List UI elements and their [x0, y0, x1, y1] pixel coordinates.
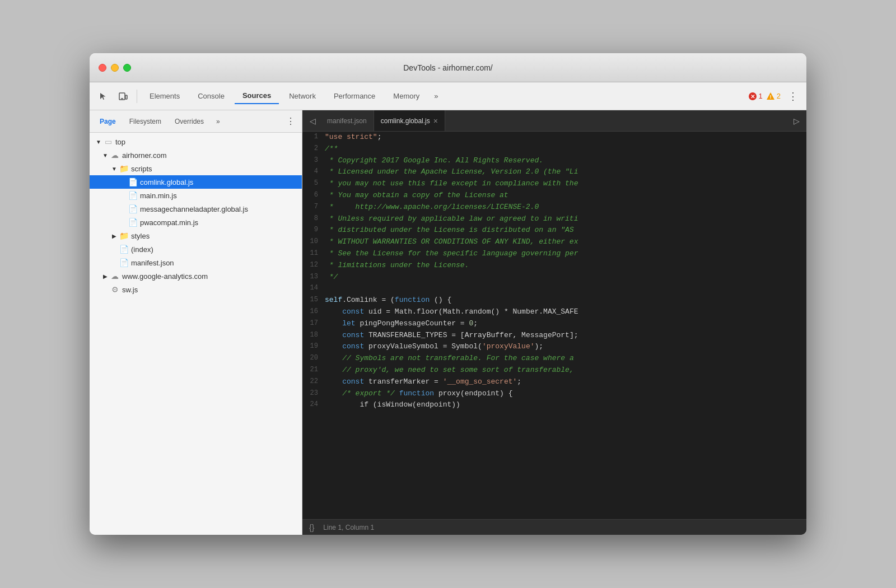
- tree-label-manifest: manifest.json: [131, 259, 174, 267]
- format-icon[interactable]: {}: [309, 523, 314, 532]
- cursor-icon-btn[interactable]: [94, 87, 112, 105]
- tree-item-top[interactable]: ▭ top: [90, 135, 302, 148]
- file-tree: ▭ top ☁ airhorner.com 📁 scripts: [90, 133, 302, 535]
- code-line-4: 4 * Licensed under the Apache License, V…: [302, 166, 806, 178]
- editor-tab-comlink-label: comlink.global.js: [381, 117, 430, 125]
- tab-network[interactable]: Network: [281, 88, 324, 104]
- gear-icon-sw: ⚙: [110, 284, 120, 295]
- warn-badge: ! 2: [766, 92, 781, 101]
- tree-label-styles: styles: [131, 232, 150, 240]
- svg-text:✕: ✕: [750, 94, 755, 100]
- tree-label-scripts: scripts: [131, 165, 152, 173]
- tree-item-index[interactable]: 📄 (index): [90, 242, 302, 256]
- sidebar-tab-page[interactable]: Page: [94, 115, 122, 128]
- fullscreen-button[interactable]: [123, 64, 131, 72]
- cursor-position: Line 1, Column 1: [323, 524, 374, 531]
- editor-tab-comlink[interactable]: comlink.global.js ×: [374, 110, 445, 131]
- code-line-16: 16 const uid = Math.floor(Math.random() …: [302, 306, 806, 318]
- code-line-18: 18 const TRANSFERABLE_TYPES = [ArrayBuff…: [302, 330, 806, 342]
- tree-item-manifest[interactable]: 📄 manifest.json: [90, 256, 302, 269]
- tree-item-google-analytics[interactable]: ☁ www.google-analytics.com: [90, 269, 302, 283]
- tab-sources[interactable]: Sources: [235, 88, 279, 104]
- traffic-lights: [99, 64, 131, 72]
- device-icon: [118, 91, 128, 101]
- editor-nav-left[interactable]: ◁: [305, 113, 320, 129]
- code-line-5: 5 * you may not use this file except in …: [302, 178, 806, 190]
- toolbar-right: ✕ 1 ! 2 ⋮: [748, 87, 802, 105]
- tree-arrow-scripts: [110, 164, 119, 173]
- svg-text:!: !: [769, 94, 771, 100]
- editor-area: ◁ manifest.json comlink.global.js × ▷ 1 …: [302, 110, 806, 535]
- sidebar: Page Filesystem Overrides » ⋮ ▭ top ☁ ai…: [90, 110, 302, 535]
- code-line-21: 21 // proxy'd, we need to set some sort …: [302, 365, 806, 376]
- file-icon-manifest: 📄: [119, 258, 129, 268]
- tree-arrow-manifest: [110, 258, 119, 267]
- code-line-12: 12 * limitations under the License.: [302, 260, 806, 272]
- editor-tab-manifest[interactable]: manifest.json: [320, 110, 374, 131]
- tree-arrow-sw: [101, 285, 110, 294]
- code-line-1: 1 "use strict";: [302, 132, 806, 143]
- code-line-9: 9 * distributed under the License is dis…: [302, 225, 806, 236]
- tab-console[interactable]: Console: [190, 88, 232, 104]
- code-line-10: 10 * WITHOUT WARRANTIES OR CONDITIONS OF…: [302, 236, 806, 248]
- code-line-15: 15 self.Comlink = (function () {: [302, 295, 806, 306]
- sidebar-tab-overrides[interactable]: Overrides: [169, 115, 209, 128]
- tree-label-index: (index): [131, 245, 153, 254]
- main-content: Page Filesystem Overrides » ⋮ ▭ top ☁ ai…: [90, 110, 806, 535]
- toolbar-more-tabs[interactable]: »: [430, 90, 442, 102]
- file-icon-messagechannel: 📄: [128, 204, 138, 214]
- tab-performance[interactable]: Performance: [326, 88, 383, 104]
- code-line-6: 6 * You may obtain a copy of the License…: [302, 190, 806, 202]
- tree-label-airhorner: airhorner.com: [122, 151, 166, 160]
- tree-item-styles[interactable]: 📁 styles: [90, 229, 302, 242]
- editor-nav-right[interactable]: ▷: [788, 113, 804, 129]
- tree-label-sw: sw.js: [122, 286, 138, 294]
- cursor-icon: [99, 92, 108, 101]
- code-line-20: 20 // Symbols are not transferable. For …: [302, 353, 806, 365]
- editor-tab-close-btn[interactable]: ×: [433, 116, 438, 125]
- code-line-19: 19 const proxyValueSymbol = Symbol('prox…: [302, 341, 806, 353]
- tab-memory[interactable]: Memory: [385, 88, 427, 104]
- window-title: DevTools - airhorner.com/: [403, 63, 493, 72]
- toolbar-divider-1: [137, 90, 137, 103]
- tree-label-main: main.min.js: [140, 192, 177, 200]
- devtools-menu-button[interactable]: ⋮: [784, 87, 802, 105]
- code-editor[interactable]: 1 "use strict"; 2 /** 3 * Copyright 2017…: [302, 132, 806, 519]
- device-icon-btn[interactable]: [114, 87, 132, 105]
- sidebar-tab-filesystem[interactable]: Filesystem: [124, 115, 167, 128]
- tree-item-main[interactable]: 📄 main.min.js: [90, 189, 302, 202]
- tree-label-pwacompat: pwacompat.min.js: [140, 218, 198, 227]
- error-icon: ✕: [748, 92, 757, 101]
- sidebar-menu-icon[interactable]: ⋮: [284, 114, 297, 129]
- tree-item-airhorner[interactable]: ☁ airhorner.com: [90, 148, 302, 162]
- tree-item-messagechannel[interactable]: 📄 messagechanneladapter.global.js: [90, 202, 302, 216]
- tab-elements[interactable]: Elements: [142, 88, 188, 104]
- close-button[interactable]: [99, 64, 106, 72]
- code-line-13: 13 */: [302, 272, 806, 283]
- tree-item-scripts[interactable]: 📁 scripts: [90, 162, 302, 175]
- code-line-8: 8 * Unless required by applicable law or…: [302, 213, 806, 225]
- minimize-button[interactable]: [111, 64, 119, 72]
- tree-label-google-analytics: www.google-analytics.com: [122, 272, 208, 281]
- code-line-14: 14: [302, 283, 806, 295]
- tree-arrow-comlink: [119, 178, 128, 186]
- error-badge: ✕ 1: [748, 92, 763, 101]
- code-line-7: 7 * http://www.apache.org/licenses/LICEN…: [302, 202, 806, 213]
- tree-item-comlink[interactable]: 📄 comlink.global.js: [90, 175, 302, 189]
- tree-item-sw[interactable]: ⚙ sw.js: [90, 283, 302, 296]
- sidebar-more-tabs[interactable]: »: [212, 115, 225, 128]
- tree-item-pwacompat[interactable]: 📄 pwacompat.min.js: [90, 216, 302, 229]
- code-line-22: 22 const transferMarker = '__omg_so_secr…: [302, 376, 806, 388]
- cloud-icon-google-analytics: ☁: [110, 271, 120, 281]
- code-lines: 1 "use strict"; 2 /** 3 * Copyright 2017…: [302, 132, 806, 411]
- file-icon-index: 📄: [119, 244, 129, 254]
- file-icon-comlink: 📄: [128, 177, 138, 187]
- titlebar: DevTools - airhorner.com/: [90, 53, 806, 82]
- tree-arrow-pwacompat: [119, 218, 128, 227]
- warning-icon: !: [766, 92, 775, 101]
- sidebar-tab-bar: Page Filesystem Overrides » ⋮: [90, 110, 302, 133]
- status-bar: {} Line 1, Column 1: [302, 519, 806, 535]
- code-line-24: 24 if (isWindow(endpoint)): [302, 399, 806, 411]
- tree-arrow-messagechannel: [119, 204, 128, 213]
- tree-label-messagechannel: messagechanneladapter.global.js: [140, 205, 248, 213]
